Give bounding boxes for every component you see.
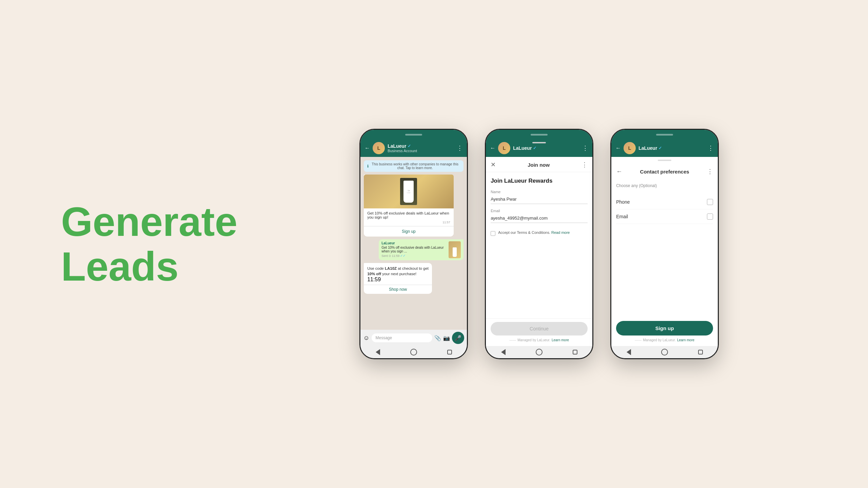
modal-dots-icon[interactable]: ⋮ [581,161,588,168]
verified-badge-icon: ✓ [408,144,411,148]
mic-button[interactable]: 🎤 [452,332,464,344]
prefs-header-info: LaLueur ✓ [638,145,705,151]
terms-text: Accept our Terms & Conditions. Read more [498,230,570,235]
prefs-avatar: L [624,142,636,154]
prefs-menu-dots-icon[interactable]: ⋮ [708,144,714,152]
pref-dots-icon[interactable]: ⋮ [707,168,713,175]
signup-button[interactable]: Sign up [364,226,454,237]
terms-row: Accept our Terms & Conditions. Read more [491,230,588,236]
back-nav-icon-2[interactable] [501,349,506,355]
form-title: Join LaLueur Rewards [491,178,588,184]
read-more-link[interactable]: Read more [551,230,570,235]
header-sub: Business Account [388,149,454,153]
name-input[interactable] [491,195,588,204]
sent-status: Sent ⊙ 11:59 ✓✓ [381,254,447,258]
forwarded-text: LaLueur Get 10% off exclusive deals with… [381,241,447,258]
managed-by: —— Managed by LaLueur. Learn more [491,338,588,342]
recents-nav-icon[interactable] [447,350,452,354]
camera-icon[interactable]: 📷 [443,335,450,341]
back-arrow-icon[interactable]: ← [364,145,370,151]
forwarded-brand: LaLueur [381,241,447,245]
pref-managed-by: —— Managed by LaLueur. Learn more [616,338,713,342]
prefs-back-icon[interactable]: ← [615,145,621,151]
back-nav-icon-3[interactable] [627,349,631,355]
home-nav-icon-3[interactable] [661,349,668,355]
pref-notch [658,160,671,161]
modal-close-icon[interactable]: ✕ [491,161,496,168]
recents-nav-icon-3[interactable] [698,350,703,354]
prefs-chat-name: LaLueur ✓ [638,145,705,151]
join-chat-name: LaLueur ✓ [513,145,579,151]
pref-title: Contact preferences [640,169,689,175]
email-label: Email [491,209,588,213]
phone-chat: ← L LaLueur ✓ Business Account ⋮ ℹ [359,129,468,359]
modal-body: Join LaLueur Rewards Name Email Accept o… [486,172,592,318]
join-avatar-img: L [498,142,510,154]
product-time: 11:57 [367,221,450,224]
pref-phone-label: Phone [616,199,630,205]
message-input[interactable]: Message [372,333,433,342]
chat-area: ℹ This business works with other compani… [360,157,467,330]
forwarded-thumbnail [449,241,461,258]
check-marks-icon: ✓✓ [400,254,406,258]
scene: Generate Leads ← L LaLueur ✓ Bus [61,129,807,359]
back-nav-icon[interactable] [376,349,380,355]
terms-checkbox[interactable] [491,231,495,236]
chat-input-bar: ☺ Message 📎 📷 🎤 [360,330,467,346]
product-image: La Lueur [364,175,454,208]
discount-time: 11:59 [367,277,429,283]
pref-back-icon[interactable]: ← [616,168,622,175]
thumb-tube [453,247,457,257]
sent-icon: ⊙ [389,254,391,258]
recents-nav-icon-2[interactable] [573,350,577,354]
pref-sheet: ← Contact preferences ⋮ Choose any (Opti… [611,157,718,346]
discount-bold: 10% off [367,272,381,276]
discount-code: LA10Z [385,266,397,270]
chat-header: ← L LaLueur ✓ Business Account ⋮ [360,139,467,157]
pref-phone-checkbox[interactable] [707,199,713,205]
join-back-icon[interactable]: ← [490,145,495,151]
learn-more-link[interactable]: Learn more [552,338,569,342]
pref-body: Choose any (Optional) Phone Email [611,179,718,318]
info-banner[interactable]: ℹ This business works with other compani… [364,160,463,172]
home-nav-icon[interactable] [410,349,417,355]
notch-pill-3 [656,134,673,136]
modal-sheet: ✕ Join now ⋮ Join LaLueur Rewards Name E… [486,157,592,346]
modal-top-bar: ✕ Join now ⋮ [486,157,592,172]
headline-line1: Generate [61,199,237,244]
modal-footer: Continue —— Managed by LaLueur. Learn mo… [486,318,592,346]
avatar: L [373,142,385,154]
email-input[interactable] [491,214,588,223]
notch-pill-1 [405,134,422,136]
time-forwarded: 11:59 [392,254,400,258]
signup-button-green[interactable]: Sign up [616,321,713,336]
join-avatar: L [498,142,510,154]
info-icon: ℹ [367,164,369,168]
menu-dots-icon[interactable]: ⋮ [457,144,463,152]
discount-bubble: Use code LA10Z at checkout to get 10% of… [364,263,432,294]
continue-button[interactable]: Continue [491,322,588,336]
pref-learn-more-link[interactable]: Learn more [677,338,694,342]
forwarded-bubble: LaLueur Get 10% off exclusive deals with… [379,239,463,260]
prefs-avatar-img: L [624,142,636,154]
bottom-nav-bar-3 [611,346,718,358]
info-banner-text: This business works with other companies… [370,162,460,170]
phone-join: ← L LaLueur ✓ ⋮ ✕ Join now ⋮ [485,129,593,359]
notch-bar-2 [486,130,592,139]
headline: Generate Leads [61,199,237,289]
prefs-header: ← L LaLueur ✓ ⋮ [611,139,718,157]
home-nav-icon-2[interactable] [536,349,542,355]
pref-top-bar: ← Contact preferences ⋮ [611,164,718,179]
modal-notch [532,142,546,143]
headline-line2: Leads [61,244,237,289]
attach-icon[interactable]: 📎 [434,335,441,341]
pref-email-checkbox[interactable] [707,214,713,220]
pref-email-label: Email [616,214,628,219]
modal-title: Join now [528,162,550,168]
name-label: Name [491,190,588,194]
shop-now-button[interactable]: Shop now [364,285,432,294]
product-text: Get 10% off exclusive deals with LaLueur… [367,211,450,219]
emoji-icon[interactable]: ☺ [363,334,369,342]
join-menu-dots-icon[interactable]: ⋮ [582,144,588,152]
pref-subtitle: Choose any (Optional) [616,183,713,188]
